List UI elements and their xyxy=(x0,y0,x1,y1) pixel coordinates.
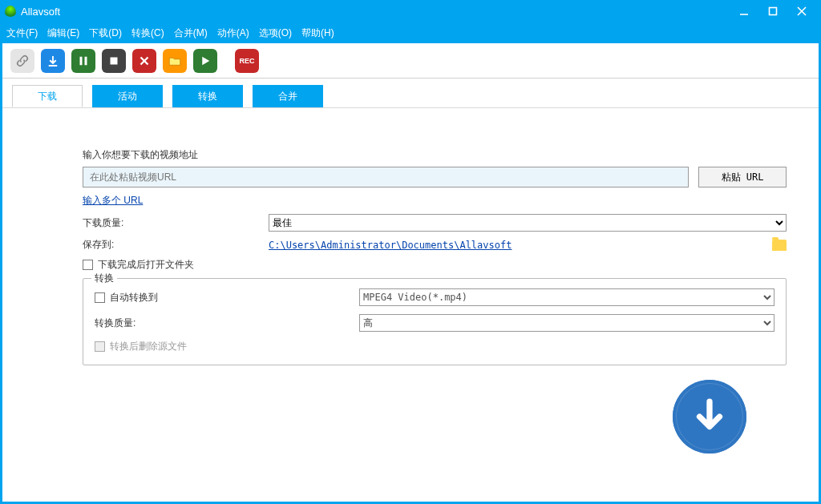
quality-select[interactable]: 最佳 xyxy=(269,214,787,232)
maximize-button[interactable] xyxy=(758,0,787,22)
form-area: 输入你想要下载的视频地址 粘贴 URL 输入多个 URL 下载质量: 最佳 保存… xyxy=(2,108,819,381)
browse-folder-icon[interactable] xyxy=(772,240,787,251)
conv-quality-select[interactable]: 高 xyxy=(359,314,774,332)
paste-url-button[interactable]: 粘贴 URL xyxy=(698,167,787,187)
url-prompt: 输入你想要下载的视频地址 xyxy=(83,148,787,162)
fieldset-legend: 转换 xyxy=(91,272,117,285)
app-title: Allavsoft xyxy=(21,6,60,18)
app-icon xyxy=(5,6,16,17)
download-arrow-icon xyxy=(690,397,730,437)
multi-url-link[interactable]: 输入多个 URL xyxy=(83,194,143,208)
toolbar-download-button[interactable] xyxy=(41,49,65,73)
toolbar-folder-button[interactable] xyxy=(163,49,187,73)
toolbar-stop-button[interactable] xyxy=(102,49,126,73)
svg-rect-6 xyxy=(111,57,118,64)
menu-action[interactable]: 动作(A) xyxy=(217,26,249,40)
menu-merge[interactable]: 合并(M) xyxy=(174,26,208,40)
toolbar-pause-button[interactable] xyxy=(71,49,95,73)
toolbar-link-button[interactable] xyxy=(10,49,34,73)
convert-fieldset: 转换 自动转换到 MPEG4 Video(*.mp4) 转换质量: 高 xyxy=(83,278,787,365)
svg-rect-4 xyxy=(80,56,83,65)
titlebar: Allavsoft xyxy=(0,0,821,22)
conv-quality-label: 转换质量: xyxy=(95,317,359,330)
menu-download[interactable]: 下载(D) xyxy=(89,26,122,40)
open-after-checkbox[interactable] xyxy=(83,260,93,270)
delete-src-label: 转换后删除源文件 xyxy=(110,340,187,353)
auto-convert-checkbox[interactable] xyxy=(95,292,105,303)
menubar: 文件(F) 编辑(E) 下载(D) 转换(C) 合并(M) 动作(A) 选项(O… xyxy=(0,22,821,43)
tab-activity[interactable]: 活动 xyxy=(92,85,163,107)
menu-file[interactable]: 文件(F) xyxy=(6,26,38,40)
close-button[interactable] xyxy=(787,0,816,22)
content-wrap: REC 下载 活动 转换 合并 输入你想要下载的视频地址 粘贴 URL 输入多个… xyxy=(0,43,821,504)
menu-option[interactable]: 选项(O) xyxy=(259,26,292,40)
open-after-label: 下载完成后打开文件夹 xyxy=(98,258,194,272)
menu-edit[interactable]: 编辑(E) xyxy=(47,26,79,40)
tab-convert[interactable]: 转换 xyxy=(172,85,243,107)
saveto-path[interactable]: C:\Users\Administrator\Documents\Allavso… xyxy=(269,240,512,251)
toolbar-delete-button[interactable] xyxy=(132,49,156,73)
format-select[interactable]: MPEG4 Video(*.mp4) xyxy=(359,288,774,306)
delete-src-checkbox xyxy=(95,341,105,352)
toolbar-record-button[interactable]: REC xyxy=(235,49,259,73)
big-download-button[interactable] xyxy=(673,380,746,454)
saveto-label: 保存到: xyxy=(83,238,269,252)
quality-label: 下载质量: xyxy=(83,216,269,230)
auto-convert-label: 自动转换到 xyxy=(110,291,158,304)
tab-merge[interactable]: 合并 xyxy=(253,85,323,107)
tabs: 下载 活动 转换 合并 xyxy=(2,79,819,108)
toolbar-play-button[interactable] xyxy=(193,49,217,73)
url-input[interactable] xyxy=(83,167,689,187)
tab-download[interactable]: 下载 xyxy=(12,85,83,107)
menu-help[interactable]: 帮助(H) xyxy=(301,26,334,40)
svg-rect-1 xyxy=(770,8,777,15)
minimize-button[interactable] xyxy=(730,0,758,22)
svg-rect-5 xyxy=(85,56,87,65)
toolbar: REC xyxy=(2,43,819,79)
menu-convert[interactable]: 转换(C) xyxy=(131,26,164,40)
